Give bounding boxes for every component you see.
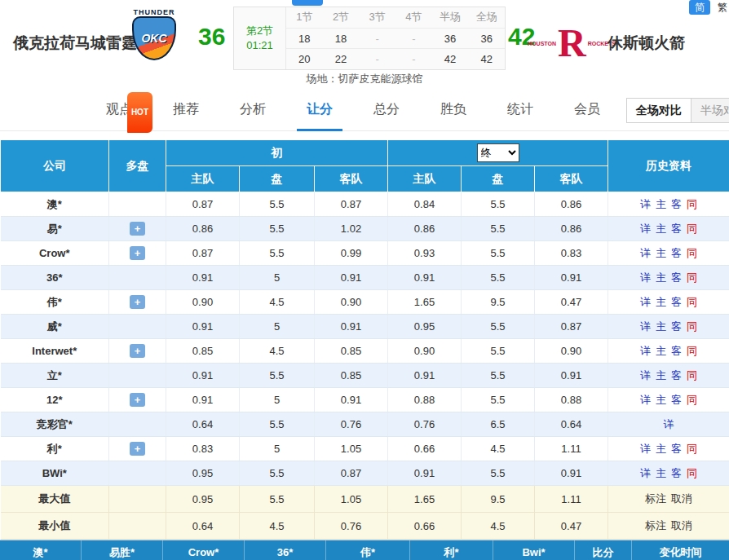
odds-table: 公司 多盘 初 终 历史资料 主队 盘 客队 主队 盘 客队 澳*0.875.5… <box>0 139 729 540</box>
hot-badge: HOT <box>127 92 152 133</box>
history-link[interactable]: 同 <box>687 198 697 210</box>
history-link[interactable]: 客 <box>671 443 682 455</box>
history-link[interactable]: 详 <box>640 296 651 308</box>
odds-row: 立*0.915.50.850.915.50.91详主客同 <box>1 364 729 388</box>
tab-总分[interactable]: 总分 <box>364 90 409 131</box>
history-link[interactable]: 详 <box>640 247 651 259</box>
history-link[interactable]: 同 <box>687 271 697 284</box>
multi-cell: + <box>109 241 166 266</box>
initial-odd-value: 1.02 <box>315 217 388 241</box>
tab-观点[interactable]: 观点HOT <box>96 90 142 131</box>
history-link[interactable]: 同 <box>687 345 697 357</box>
history-link[interactable]: 主 <box>656 369 666 381</box>
tab-统计[interactable]: 统计 <box>497 90 543 131</box>
history-link[interactable]: 详 <box>640 394 651 406</box>
history-link[interactable]: 客 <box>671 198 682 210</box>
odds-row: 澳*0.875.50.870.845.50.86详主客同 <box>1 192 729 217</box>
history-link[interactable]: 客 <box>671 394 682 406</box>
final-odd-value: 0.87 <box>535 315 608 339</box>
final-odds-select[interactable]: 终 <box>477 143 519 162</box>
history-link[interactable]: 同 <box>687 223 697 235</box>
history-link[interactable]: 主 <box>656 345 666 357</box>
top-tab-pill[interactable] <box>292 0 323 6</box>
initial-odd-value: 0.85 <box>315 339 388 364</box>
history-link[interactable]: 详 <box>640 320 651 333</box>
history-link[interactable]: 详 <box>640 345 651 357</box>
simplified-chinese-button[interactable]: 简 <box>689 0 710 15</box>
expand-plus-button[interactable]: + <box>130 295 145 309</box>
history-link[interactable]: 客 <box>671 320 682 333</box>
tab-胜负[interactable]: 胜负 <box>431 90 476 131</box>
expand-plus-button[interactable]: + <box>130 442 145 456</box>
initial-odd-value: 0.95 <box>166 486 240 513</box>
history-link[interactable]: 主 <box>656 296 666 308</box>
history-link[interactable]: 同 <box>687 296 697 308</box>
final-odd-value: 0.95 <box>388 315 462 339</box>
col-header-company: 公司 <box>1 140 109 192</box>
history-link[interactable]: 客 <box>671 247 682 259</box>
history-link[interactable]: 详 <box>640 369 651 381</box>
history-link[interactable]: 客 <box>671 296 682 308</box>
tab-让分[interactable]: 让分 <box>297 90 342 131</box>
col-header-init-home: 主队 <box>166 166 240 192</box>
final-odd-value: 0.88 <box>388 388 462 412</box>
game-period: 第2节 <box>246 24 273 38</box>
final-odd-value: 5.5 <box>462 315 535 339</box>
final-odd-value: 1.65 <box>388 290 462 315</box>
tab-分析[interactable]: 分析 <box>230 90 276 131</box>
expand-plus-button[interactable]: + <box>130 222 145 236</box>
history-link[interactable]: 详 <box>640 467 651 479</box>
initial-odd-value: 0.64 <box>166 412 240 437</box>
traditional-chinese-button[interactable]: 繁 <box>718 0 727 15</box>
history-link[interactable]: 同 <box>687 467 697 479</box>
footer-col-36*: 36* <box>245 540 326 560</box>
history-link[interactable]: 详 <box>640 223 651 235</box>
history-link[interactable]: 详 <box>664 418 674 430</box>
history-link[interactable]: 详 <box>640 443 651 455</box>
expand-plus-button[interactable]: + <box>130 344 145 358</box>
history-cell: 标注取消 <box>608 513 729 540</box>
history-link[interactable]: 主 <box>656 394 666 406</box>
history-link[interactable]: 主 <box>656 271 666 284</box>
final-odd-value: 5.5 <box>462 192 535 217</box>
final-odd-value: 6.5 <box>462 412 535 437</box>
history-link[interactable]: 客 <box>671 223 682 235</box>
history-link[interactable]: 取消 <box>671 519 692 531</box>
history-link[interactable]: 主 <box>656 198 666 210</box>
full-game-compare-button[interactable]: 全场对比 <box>627 99 691 122</box>
final-odd-value: 0.93 <box>388 241 462 266</box>
tab-会员[interactable]: 会员 <box>564 90 610 131</box>
history-link[interactable]: 客 <box>671 369 682 381</box>
initial-odd-value: 0.91 <box>315 315 388 339</box>
history-link[interactable]: 同 <box>687 247 697 259</box>
col-header-multi: 多盘 <box>109 140 166 192</box>
history-link[interactable]: 客 <box>671 345 682 357</box>
history-link[interactable]: 同 <box>687 369 697 381</box>
multi-cell <box>109 461 166 486</box>
history-link[interactable]: 同 <box>687 320 697 333</box>
home-team-name: 俄克拉荷马城雷霆 <box>13 33 137 54</box>
history-link[interactable]: 标注 <box>645 519 666 531</box>
history-link[interactable]: 标注 <box>645 492 666 505</box>
history-link[interactable]: 主 <box>656 247 666 259</box>
history-link[interactable]: 主 <box>656 223 666 235</box>
history-link[interactable]: 主 <box>656 467 666 479</box>
history-cell: 详主客同 <box>608 241 729 266</box>
history-link[interactable]: 客 <box>671 271 682 284</box>
tab-推荐[interactable]: 推荐 <box>163 90 209 131</box>
initial-odd-value: 0.91 <box>166 315 240 339</box>
final-odd-value: 9.5 <box>462 486 535 513</box>
history-link[interactable]: 客 <box>671 467 682 479</box>
history-link[interactable]: 详 <box>640 271 651 284</box>
history-link[interactable]: 主 <box>656 443 666 455</box>
history-link[interactable]: 同 <box>687 443 697 455</box>
half-game-compare-button[interactable]: 半场对比 <box>691 99 729 122</box>
expand-plus-button[interactable]: + <box>130 246 145 260</box>
history-link[interactable]: 取消 <box>671 492 692 505</box>
thunder-logo: THUNDER OKC <box>129 8 179 64</box>
history-link[interactable]: 同 <box>687 394 697 406</box>
history-link[interactable]: 详 <box>640 198 651 210</box>
expand-plus-button[interactable]: + <box>130 393 145 407</box>
company-name: 竞彩官* <box>1 412 109 437</box>
history-link[interactable]: 主 <box>656 320 666 333</box>
